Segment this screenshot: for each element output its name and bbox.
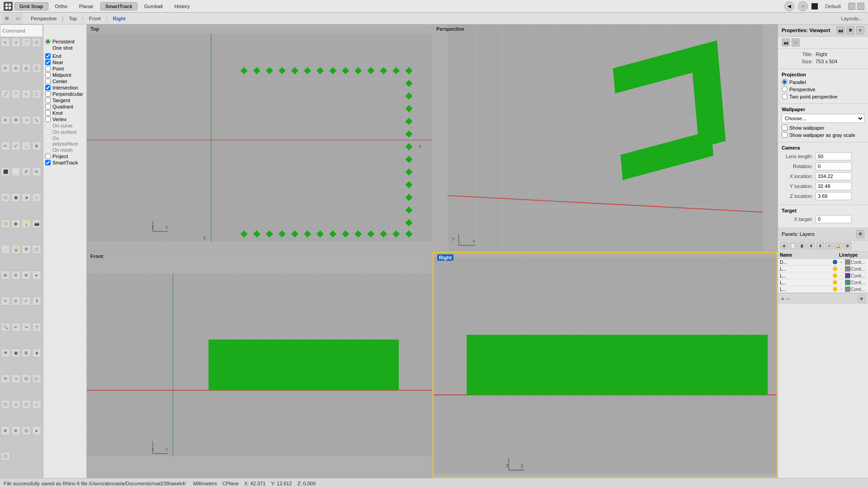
tool-point[interactable]: · xyxy=(1,245,10,254)
tool-rotate[interactable]: ↻ xyxy=(1,64,10,73)
yloc-input[interactable] xyxy=(816,182,852,190)
viewport-perspective[interactable]: Perspective xyxy=(433,24,778,251)
layer-color-5[interactable] xyxy=(845,286,850,292)
snap-perpendicular[interactable]: Perpendicular xyxy=(45,91,85,97)
tool-extend[interactable]: ⤢ xyxy=(11,141,20,150)
tool-check[interactable]: ✓ xyxy=(22,296,31,305)
layer-color-2[interactable] xyxy=(845,266,850,272)
tool-extra6[interactable]: ◇ xyxy=(11,400,20,409)
tool-curve[interactable]: ⌒ xyxy=(22,38,31,47)
layer-color-3[interactable] xyxy=(845,273,850,278)
xtarget-input[interactable] xyxy=(816,215,852,223)
layers-icon-5[interactable]: ⬇ xyxy=(816,242,824,250)
layers-add-btn[interactable]: + xyxy=(781,295,784,302)
layer-row[interactable]: D... ★ Conti... : xyxy=(778,259,868,266)
grid-icon[interactable]: ⊞ xyxy=(2,14,12,23)
tool-revolve[interactable]: ↺ xyxy=(22,167,31,176)
tool-fillet[interactable]: ⌞ xyxy=(22,141,31,150)
snap-end[interactable]: End xyxy=(45,53,85,59)
tool-render[interactable]: 🔆 xyxy=(1,219,10,228)
history-btn[interactable]: History xyxy=(170,2,195,10)
tool-line[interactable]: ╱ xyxy=(1,89,10,99)
layer-star-5[interactable]: ☆ xyxy=(839,286,844,292)
snap-knot[interactable]: Knot xyxy=(45,110,85,116)
wallpaper-select[interactable]: Choose... xyxy=(782,114,864,123)
tool-extra7[interactable]: ⬠ xyxy=(22,400,31,409)
tool-zoom2[interactable]: 🔍 xyxy=(1,323,10,332)
tool-mirror[interactable]: ⊣ xyxy=(22,116,31,125)
layer-star-4[interactable]: ☆ xyxy=(839,280,844,285)
tool-extrude[interactable]: ⬛ xyxy=(1,167,10,176)
right-tab[interactable]: Right xyxy=(109,15,129,22)
prev-btn[interactable]: ◀ xyxy=(784,1,794,11)
command-input[interactable] xyxy=(0,24,43,37)
tool-redo[interactable]: ↪ xyxy=(22,323,31,332)
tool-select2[interactable]: ⌖ xyxy=(11,38,20,47)
layer-row[interactable]: L... ☆ Conti... : xyxy=(778,286,868,293)
tool-shell[interactable]: ▣ xyxy=(11,193,20,202)
camera-icon[interactable]: 📷 xyxy=(836,26,844,34)
gumball-btn[interactable]: Gumball xyxy=(139,2,168,10)
snap-tangent[interactable]: Tangent xyxy=(45,98,85,103)
viewport-front[interactable]: Front z x xyxy=(87,252,432,478)
tool-zoom[interactable]: ◎ xyxy=(22,64,31,73)
tool-extra3[interactable]: ⊡ xyxy=(22,374,31,383)
snap-midpoint[interactable]: Midpoint xyxy=(45,72,85,78)
tool-sweep[interactable]: ⟳ xyxy=(32,167,41,176)
layer-row[interactable]: L... ☆ Conti... : xyxy=(778,272,868,279)
tool-loft[interactable]: ⬜ xyxy=(11,167,20,176)
tool-move[interactable]: ✛ xyxy=(1,116,10,125)
tool-extra5[interactable]: ⬡ xyxy=(1,400,10,409)
tool-undo[interactable]: ↩ xyxy=(11,323,20,332)
tool-extra13[interactable]: ⬡ xyxy=(1,452,10,461)
tool-analyze[interactable]: ≡ xyxy=(1,296,10,305)
twopoint-radio-row[interactable]: Two point perspective xyxy=(782,94,864,99)
tool-select[interactable]: ↖ xyxy=(1,38,10,47)
grid-snap-btn[interactable]: Grid Snap xyxy=(14,2,48,10)
tool-pan[interactable]: ⬡ xyxy=(32,64,41,73)
maximize-btn[interactable] xyxy=(857,3,864,10)
tool-mesh[interactable]: ⬗ xyxy=(22,193,31,202)
tool-material[interactable]: ◉ xyxy=(11,219,20,228)
tool-extra9[interactable]: ⊕ xyxy=(1,426,10,435)
vp-rect-icon[interactable]: □ xyxy=(792,38,800,47)
vp-camera-icon[interactable]: 📷 xyxy=(782,38,790,47)
tool-extra12[interactable]: ▸ xyxy=(32,426,41,435)
tool-group[interactable]: ⬡ xyxy=(32,245,41,254)
layers-icon-8[interactable]: ⚙ xyxy=(843,242,851,250)
top-tab[interactable]: Top xyxy=(65,15,80,22)
tool-dim[interactable]: ↔ xyxy=(32,193,41,202)
tool-boolean[interactable]: ⬡ xyxy=(1,193,10,202)
tool-extra2[interactable]: ⌾ xyxy=(11,374,20,383)
layouts-btn[interactable]: Layouts... xyxy=(837,15,866,22)
persistent-radio[interactable]: Persistent xyxy=(45,39,85,44)
tool-camera2[interactable]: 📷 xyxy=(32,219,41,228)
snap-point[interactable]: Point xyxy=(45,66,85,71)
layer-row[interactable]: L... ☆ Conti... : xyxy=(778,266,868,272)
tool-arc[interactable]: ◜ xyxy=(11,89,20,99)
tool-more[interactable]: ▸ xyxy=(32,271,41,280)
tool-props[interactable]: ℹ xyxy=(32,296,41,305)
parallel-radio-row[interactable]: Parallel xyxy=(782,79,864,85)
layer-star-3[interactable]: ☆ xyxy=(839,273,844,278)
tool-circle[interactable]: ○ xyxy=(22,89,31,99)
tool-extra11[interactable]: ◎ xyxy=(22,426,31,435)
settings-icon[interactable]: ≡ xyxy=(856,26,864,34)
tool-orbit[interactable]: ⊙ xyxy=(11,64,20,73)
tool-lock[interactable]: 🔒 xyxy=(11,245,20,254)
layer-row[interactable]: L... ☆ Conti... : xyxy=(778,279,868,286)
layer-star-2[interactable]: ☆ xyxy=(839,266,844,272)
ortho-btn[interactable]: Ortho xyxy=(50,2,73,10)
gear-icon2[interactable]: ⚙ xyxy=(846,26,854,34)
tool-shade[interactable]: ▣ xyxy=(11,348,20,357)
layers-icon-2[interactable]: 📄 xyxy=(789,242,797,250)
snap-center[interactable]: Center xyxy=(45,79,85,84)
show-grayscale-row[interactable]: Show wallpaper as gray scale xyxy=(782,132,864,138)
layers-settings-btn[interactable]: ⚙ xyxy=(857,295,865,303)
tool-polyline[interactable]: ⬡ xyxy=(32,38,41,47)
tool-snap[interactable]: ⊕ xyxy=(1,271,10,280)
perspective-radio-row[interactable]: Perspective xyxy=(782,86,864,92)
tool-extra1[interactable]: ⟲ xyxy=(1,374,10,383)
layers-icon-1[interactable]: ⊕ xyxy=(780,242,788,250)
cursor-icon[interactable]: ▭ xyxy=(13,14,23,23)
